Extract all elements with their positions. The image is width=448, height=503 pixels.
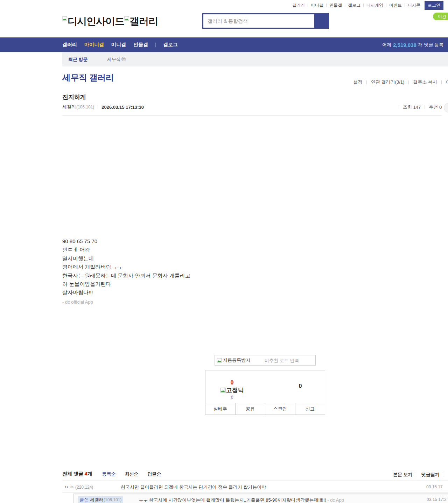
vote-box: 0 고정닉 0 0 실베추 공유 스크랩 신고	[205, 370, 325, 415]
related-galleries-link[interactable]: 연관 갤러리(3/1)	[371, 79, 404, 85]
topbar-link-gallog[interactable]: 갤로그	[348, 2, 360, 8]
post-action-buttons: 실베추 공유 스크랩 신고	[205, 403, 325, 415]
view-post-link[interactable]: 본문 보기	[393, 472, 413, 478]
downvote-area[interactable]: 0	[290, 383, 311, 389]
sort-by-registered[interactable]: 등록순	[102, 471, 116, 477]
nav-item-minigal[interactable]: 미니갤	[111, 42, 126, 48]
upvote-count: 0	[211, 380, 253, 386]
search-button[interactable]	[314, 14, 328, 28]
recent-gallery-link[interactable]: 세무직ⓜ	[107, 56, 126, 63]
captcha-code-input[interactable]	[265, 358, 315, 363]
post-title: 진지하게	[62, 93, 86, 101]
post-body-line: 90 80 65 75 70	[62, 237, 384, 246]
nav-item-minorgal[interactable]: 마이너갤	[84, 42, 104, 48]
comment-timestamp: 03.15 17:2	[427, 497, 447, 502]
comment-text-body: ㅜㅜ 한국사에 시간많이부엇는데 왤캐많이 틀렸는지..기출풀면 85-90까지…	[139, 497, 326, 503]
broken-image-icon	[220, 387, 226, 393]
post-body-line: 열시미햇는데	[62, 254, 384, 263]
share-button[interactable]: 공유	[235, 403, 265, 415]
broken-image-icon	[217, 357, 222, 363]
recent-gallery-name: 세무직	[107, 57, 121, 62]
night-mode-button[interactable]: 야간 모드	[433, 13, 448, 20]
post-author-ip: (106.101)	[76, 105, 94, 109]
usage-guide-link[interactable]: 이용	[446, 79, 448, 85]
broken-image-icon	[124, 16, 130, 21]
search-input[interactable]	[203, 14, 314, 28]
comment-author[interactable]: ㅇㅇ(220.124)	[64, 484, 93, 490]
nav-item-gallog[interactable]: 갤로그	[163, 42, 178, 48]
logo-text-dcinside: 디시인사이드	[68, 15, 124, 28]
comments-total-count: 4	[85, 471, 88, 476]
settings-link[interactable]: 설정	[353, 79, 362, 85]
likes-label: 추천	[429, 104, 438, 110]
post-body-line: 하 눈물이앞을가린다	[62, 280, 384, 288]
divider	[417, 473, 417, 477]
comment-sort-options: 등록순 최신순 답글순	[102, 471, 161, 477]
logo-text-gallery: 갤러리	[130, 15, 158, 28]
likes-count: 0	[439, 105, 442, 110]
comment-author-ip: (106.101)	[104, 497, 121, 502]
topbar-link-gallery[interactable]: 갤러리	[292, 2, 305, 8]
dc-app-signature: - dc official App	[62, 299, 384, 305]
comments-total-suffix: 개	[88, 471, 92, 476]
divider	[366, 80, 367, 84]
nav-item-gallery[interactable]: 갤러리	[62, 42, 77, 48]
topbar-link-minigal[interactable]: 미니갤	[311, 2, 323, 8]
divider	[405, 3, 405, 7]
comments-total-label: 전체 댓글	[62, 471, 83, 476]
views-label: 조회	[403, 104, 412, 110]
login-button[interactable]: 로그인	[425, 1, 443, 10]
topbar-link-persongal[interactable]: 인물갤	[329, 2, 342, 8]
post-date: 2026.03.15 17:13:30	[102, 105, 144, 110]
sort-by-replies[interactable]: 답글순	[148, 471, 161, 477]
post-view-info: 조회 147 추천 0	[395, 104, 448, 110]
post-content: 90 80 65 75 70 인ㄷㅔ 어캄 열시미햇는데 영어에서 개말랴버림 …	[62, 119, 384, 305]
sort-by-newest[interactable]: 최신순	[125, 471, 139, 477]
divider	[441, 80, 442, 84]
divider	[308, 3, 308, 7]
fixed-nick-label: 고정닉	[226, 386, 244, 394]
post-body-line: 한국사는 원래못하는데 문화사 안봐서 문화사 개틀리고	[62, 271, 384, 280]
comment-row: 글쓴 세갤러(106.101) ㅜㅜ 한국사에 시간많이부엇는데 왤캐많이 틀렸…	[62, 493, 448, 503]
search-box	[202, 13, 329, 29]
comment-nickname-text: 세갤러	[90, 497, 104, 502]
topbar-link-event[interactable]: 이벤트	[389, 2, 402, 8]
gallery-header-links: 설정 연관 갤러리(3/1) 갤주소 복사 이용	[353, 79, 448, 85]
stats-count: 2,519,038	[393, 42, 416, 48]
stats-prefix: 어제	[382, 42, 391, 48]
divider	[98, 105, 98, 109]
topbar-link-dcgame[interactable]: 디시게임	[366, 2, 383, 8]
divider	[425, 105, 425, 109]
copy-gallery-url-link[interactable]: 갤주소 복사	[413, 79, 437, 85]
upvote-area[interactable]: 0 고정닉 0	[211, 380, 253, 400]
comment-author[interactable]: 글쓴 세갤러(106.101)	[78, 496, 123, 503]
comment-row: ㅇㅇ(220.124) 한국사만 끌어올리면 되겠네 한국사는 단기간에 점수 …	[62, 481, 448, 493]
topbar-link-dccon[interactable]: 디시콘	[408, 2, 420, 8]
comment-timestamp: 03.15 17	[426, 484, 443, 489]
divider	[399, 105, 399, 109]
nav-item-persongal[interactable]: 인물갤	[133, 42, 148, 48]
reply-container: 글쓴 세갤러(106.101) ㅜㅜ 한국사에 시간많이부엇는데 왤캐많이 틀렸…	[74, 494, 448, 503]
downvote-count: 0	[299, 383, 302, 389]
comments-total: 전체 댓글 4개	[62, 471, 92, 477]
main-nav: 갤러리 마이너갤 미니갤 인물갤 갤로그 어제 2,519,038 개 댓글 등…	[0, 37, 448, 52]
comments-header: 전체 댓글 4개 등록순 최신순 답글순	[62, 471, 161, 477]
scrap-button[interactable]: 스크랩	[265, 403, 295, 415]
nav-comment-stats: 어제 2,519,038 개 댓글 등록	[382, 37, 443, 52]
report-button[interactable]: 신고	[295, 403, 325, 415]
comment-text: ㅜㅜ 한국사에 시간많이부엇는데 왤캐많이 틀렸는지..기출풀면 85-90까지…	[139, 497, 344, 503]
divider	[386, 3, 386, 7]
post-author-nickname[interactable]: 세갤러	[62, 104, 76, 110]
recent-visit-label[interactable]: 최근 방문	[68, 56, 88, 63]
minor-gallery-badge-icon: ⓜ	[121, 57, 126, 62]
fixed-nick-row: 고정닉	[211, 386, 253, 394]
comment-nickname: ㅇㅇ	[64, 484, 75, 490]
silbechu-button[interactable]: 실베추	[205, 403, 235, 415]
post-body-line: 인ㄷㅔ 어캄	[62, 246, 384, 254]
site-logo[interactable]: 디시인사이드 갤러리	[62, 15, 158, 28]
captcha-box: 자동등록방지	[215, 355, 316, 366]
post-header-divider	[62, 115, 442, 116]
close-comments-link[interactable]: 댓글닫기	[421, 472, 440, 478]
post-author-row: 세갤러 (106.101) 2026.03.15 17:13:30	[62, 104, 144, 110]
fixed-nick-count: 0	[211, 395, 253, 400]
